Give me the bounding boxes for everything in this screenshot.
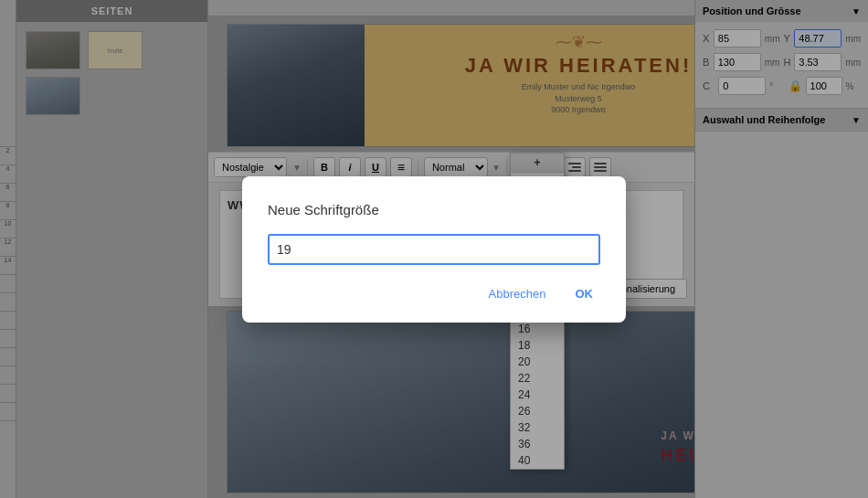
modal-dialog: Neue Schriftgröße Abbrechen OK <box>242 176 626 323</box>
modal-buttons: Abbrechen OK <box>268 283 600 304</box>
modal-input[interactable] <box>268 234 600 265</box>
modal-overlay: Neue Schriftgröße Abbrechen OK <box>0 0 868 498</box>
modal-ok-button[interactable]: OK <box>568 283 601 304</box>
modal-title: Neue Schriftgröße <box>268 202 600 217</box>
modal-cancel-button[interactable]: Abbrechen <box>482 283 554 304</box>
